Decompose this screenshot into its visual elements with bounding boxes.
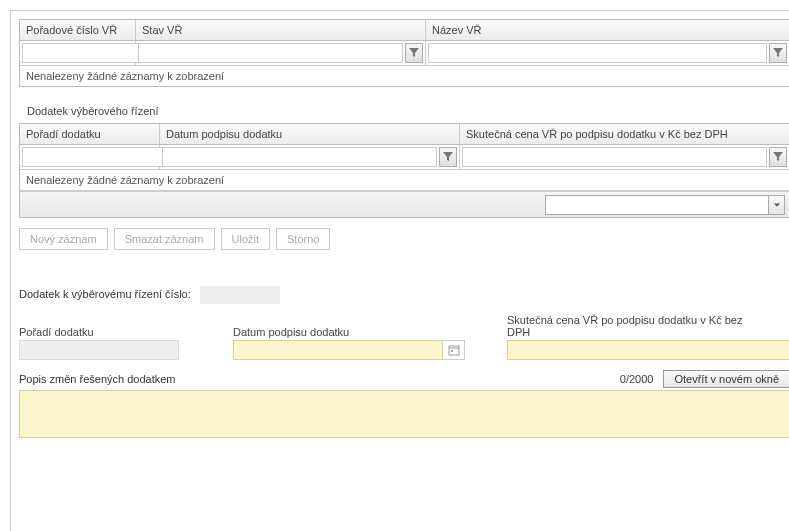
filter-poradi-dodatku[interactable] <box>22 147 168 167</box>
svg-rect-0 <box>449 346 459 355</box>
filter-icon[interactable] <box>405 43 423 63</box>
poradi-input <box>19 340 179 360</box>
filter-datum-podpisu[interactable] <box>162 147 437 167</box>
form-fields-row: Pořadí dodatku Datum podpisu dodatku Sku… <box>19 314 789 360</box>
datum-label: Datum podpisu dodatku <box>233 326 483 338</box>
section-dodatek-title: Dodatek výběrového řízení <box>27 105 789 117</box>
grid-vr: Pořadové číslo VŘ Stav VŘ Název VŘ Nenal… <box>19 19 789 87</box>
footer-dropdown[interactable] <box>545 195 785 215</box>
filter-skutecna-cena[interactable] <box>462 147 767 167</box>
popis-textarea[interactable] <box>19 390 789 438</box>
col-poradi-dodatku[interactable]: Pořadí dodatku <box>20 124 160 144</box>
grid-dodatek-header: Pořadí dodatku Datum podpisu dodatku Sku… <box>20 124 789 145</box>
col-poradove-cislo[interactable]: Pořadové číslo VŘ <box>20 20 136 40</box>
col-skutecna-cena[interactable]: Skutečná cena VŘ po podpisu dodatku v Kč… <box>460 124 789 144</box>
filter-icon[interactable] <box>439 147 457 167</box>
datum-input[interactable] <box>233 340 443 360</box>
grid-dodatek-empty: Nenalezeny žádné záznamy k zobrazení <box>20 170 789 191</box>
filter-icon[interactable] <box>769 43 787 63</box>
grid-vr-header: Pořadové číslo VŘ Stav VŘ Název VŘ <box>20 20 789 41</box>
footer-dropdown-input[interactable] <box>546 196 768 214</box>
popis-label: Popis změn řešených dodatkem <box>19 373 176 385</box>
popis-header: Popis změn řešených dodatkem 0/2000 Otev… <box>19 370 789 388</box>
col-stav[interactable]: Stav VŘ <box>136 20 426 40</box>
poradi-label: Pořadí dodatku <box>19 326 209 338</box>
main-frame: { "grid1": { "headers": ["Pořadové číslo… <box>10 10 789 531</box>
filter-nazev[interactable] <box>428 43 767 63</box>
filter-stav[interactable] <box>138 43 403 63</box>
popis-counter: 0/2000 <box>620 373 654 385</box>
cancel-button[interactable]: Storno <box>276 228 330 250</box>
form-title-label: Dodatek k výběrovému řízení číslo: <box>19 288 191 300</box>
svg-rect-2 <box>451 350 453 352</box>
grid-dodatek: Pořadí dodatku Datum podpisu dodatku Sku… <box>19 123 789 218</box>
cena-label: Skutečná cena VŘ po podpisu dodatku v Kč… <box>507 314 767 338</box>
cena-input[interactable] <box>507 340 789 360</box>
grid-vr-empty: Nenalezeny žádné záznamy k zobrazení <box>20 66 789 86</box>
chevron-down-icon[interactable] <box>768 196 784 214</box>
filter-icon[interactable] <box>769 147 787 167</box>
save-button[interactable]: Uložit <box>221 228 271 250</box>
grid-dodatek-footer <box>20 191 789 217</box>
grid-vr-filter <box>20 41 789 66</box>
delete-button[interactable]: Smazat záznam <box>114 228 215 250</box>
button-row: Nový záznam Smazat záznam Uložit Storno <box>19 228 789 250</box>
form-title-value <box>200 286 280 304</box>
col-nazev[interactable]: Název VŘ <box>426 20 789 40</box>
new-button[interactable]: Nový záznam <box>19 228 108 250</box>
open-new-window-button[interactable]: Otevřít v novém okně <box>663 370 789 388</box>
col-datum-podpisu[interactable]: Datum podpisu dodatku <box>160 124 460 144</box>
grid-dodatek-filter <box>20 145 789 170</box>
calendar-icon[interactable] <box>443 340 465 360</box>
form-title-row: Dodatek k výběrovému řízení číslo: <box>19 286 789 304</box>
